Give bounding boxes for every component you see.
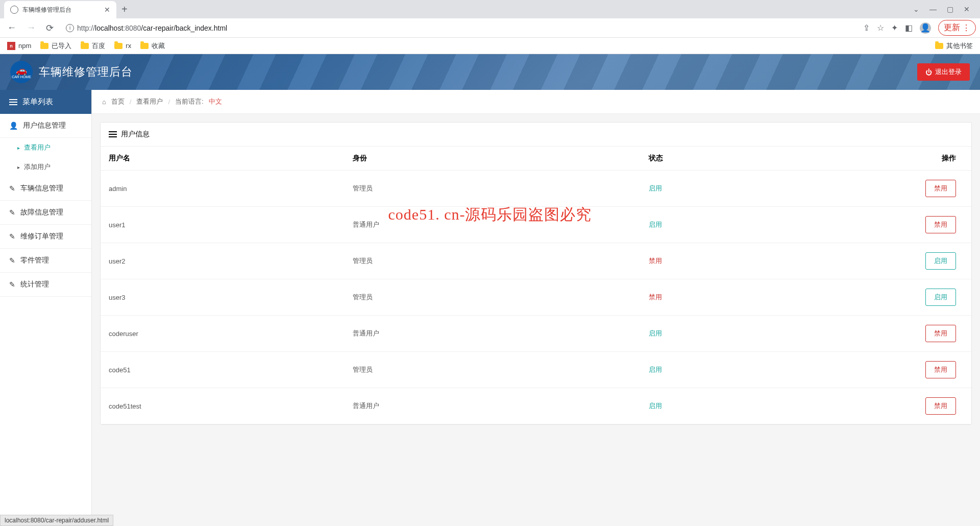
- cell-action: 禁用: [841, 207, 971, 243]
- toggle-status-button[interactable]: 禁用: [925, 216, 956, 233]
- cell-status: 启用: [641, 207, 841, 243]
- sidebar-item[interactable]: ✎维修订单管理: [0, 225, 91, 249]
- sidepanel-icon[interactable]: ◧: [905, 23, 913, 33]
- table-row: code51test 普通用户 启用 禁用: [101, 388, 971, 424]
- address-bar: ← → ⟳ i http://localhost:8080/car-repair…: [0, 18, 980, 38]
- bookmarks-bar: nnpm 已导入 百度 rx 收藏 其他书签: [0, 38, 980, 54]
- close-tab-icon[interactable]: ✕: [104, 6, 110, 14]
- forward-button[interactable]: →: [23, 20, 39, 35]
- cell-status: 启用: [641, 352, 841, 388]
- cell-role: 普通用户: [345, 207, 641, 243]
- sidebar-item[interactable]: ✎统计管理: [0, 273, 91, 297]
- folder-icon: [935, 43, 943, 49]
- tab-title: 车辆维修管理后台: [22, 6, 71, 14]
- extensions-icon[interactable]: ✦: [891, 23, 898, 33]
- caret-icon: ▸: [17, 164, 20, 170]
- col-role: 身份: [345, 147, 641, 171]
- menu-header: 菜单列表: [0, 90, 91, 114]
- table-row: user1 普通用户 启用 禁用: [101, 207, 971, 243]
- edit-icon: ✎: [9, 256, 15, 265]
- cell-action: 禁用: [841, 388, 971, 424]
- edit-icon: ✎: [9, 208, 15, 217]
- window-maximize-icon[interactable]: ▢: [947, 5, 953, 13]
- bookmark-fav[interactable]: 收藏: [140, 41, 165, 51]
- breadcrumb-current[interactable]: 查看用户: [136, 97, 163, 106]
- sidebar-item[interactable]: ✎车辆信息管理: [0, 177, 91, 201]
- cell-status: 启用: [641, 316, 841, 352]
- app-title: 车辆维修管理后台: [39, 64, 133, 80]
- toggle-status-button[interactable]: 禁用: [925, 361, 956, 378]
- sidebar-item[interactable]: 👤用户信息管理: [0, 114, 91, 138]
- toggle-status-button[interactable]: 启用: [925, 289, 956, 306]
- app-body: 菜单列表 👤用户信息管理▸查看用户▸添加用户✎车辆信息管理✎故障信息管理✎维修订…: [0, 90, 980, 515]
- npm-icon: n: [7, 42, 15, 50]
- new-tab-button[interactable]: +: [116, 4, 133, 15]
- sidebar-subitem[interactable]: ▸添加用户: [0, 157, 91, 177]
- breadcrumb-lang-value[interactable]: 中文: [209, 97, 222, 106]
- panel-header: 用户信息: [101, 123, 971, 147]
- bookmark-other[interactable]: 其他书签: [935, 41, 973, 51]
- main-content: ⌂ 首页 / 查看用户 / 当前语言: 中文 用户信息 用户名 身份 状态 操作: [92, 90, 980, 515]
- caret-icon: ▸: [17, 145, 20, 151]
- cell-status: 启用: [641, 171, 841, 207]
- cell-role: 管理员: [345, 243, 641, 279]
- bookmark-imported[interactable]: 已导入: [40, 41, 71, 51]
- logo-icon: 🚗CAR HOME: [10, 61, 33, 83]
- cell-username: user3: [101, 279, 345, 316]
- browser-chrome: 车辆维修管理后台 ✕ + ⌄ — ▢ ✕ ← → ⟳ i http://loca…: [0, 0, 980, 54]
- share-icon[interactable]: ⇪: [863, 23, 870, 33]
- toggle-status-button[interactable]: 禁用: [925, 397, 956, 415]
- window-close-icon[interactable]: ✕: [964, 5, 970, 13]
- list-icon: [109, 131, 117, 137]
- breadcrumb-lang-label: 当前语言:: [175, 97, 204, 106]
- cell-username: admin: [101, 171, 345, 207]
- table-row: code51 管理员 启用 禁用: [101, 352, 971, 388]
- logout-button[interactable]: ⏻退出登录: [917, 63, 970, 81]
- reload-button[interactable]: ⟳: [43, 20, 57, 36]
- cell-status: 禁用: [641, 279, 841, 316]
- url-text: http://localhost:8080/car-repair/back_in…: [77, 24, 227, 32]
- hamburger-icon: [9, 99, 17, 105]
- address-bar-actions: ⇪ ☆ ✦ ◧ 👤 更新⋮: [863, 20, 976, 36]
- sidebar-subitem[interactable]: ▸查看用户: [0, 138, 91, 157]
- user-info-panel: 用户信息 用户名 身份 状态 操作 admin 管理员 启用 禁用 user1 …: [100, 122, 972, 425]
- sidebar-item[interactable]: ✎零件管理: [0, 249, 91, 273]
- cell-status: 启用: [641, 388, 841, 424]
- window-minimize-icon[interactable]: —: [929, 5, 937, 13]
- power-icon: ⏻: [925, 68, 932, 76]
- bookmark-npm[interactable]: nnpm: [7, 42, 31, 50]
- table-header-row: 用户名 身份 状态 操作: [101, 147, 971, 171]
- app-logo: 🚗CAR HOME 车辆维修管理后台: [10, 61, 133, 83]
- breadcrumb-home[interactable]: 首页: [111, 97, 125, 106]
- globe-icon: [10, 6, 18, 14]
- table-row: user3 管理员 禁用 启用: [101, 279, 971, 316]
- back-button[interactable]: ←: [4, 20, 19, 35]
- window-dropdown-icon[interactable]: ⌄: [913, 5, 919, 13]
- bookmark-star-icon[interactable]: ☆: [877, 23, 884, 33]
- cell-role: 普通用户: [345, 388, 641, 424]
- table-row: admin 管理员 启用 禁用: [101, 171, 971, 207]
- folder-icon: [40, 43, 48, 49]
- update-button[interactable]: 更新⋮: [938, 20, 976, 36]
- sidebar: 菜单列表 👤用户信息管理▸查看用户▸添加用户✎车辆信息管理✎故障信息管理✎维修订…: [0, 90, 92, 515]
- cell-action: 禁用: [841, 352, 971, 388]
- toggle-status-button[interactable]: 禁用: [925, 325, 956, 342]
- cell-role: 管理员: [345, 279, 641, 316]
- toggle-status-button[interactable]: 禁用: [925, 180, 956, 197]
- profile-avatar-icon[interactable]: 👤: [920, 22, 931, 34]
- cell-status: 禁用: [641, 243, 841, 279]
- bookmark-rx[interactable]: rx: [114, 42, 131, 50]
- col-status: 状态: [641, 147, 841, 171]
- folder-icon: [81, 43, 89, 49]
- table-row: coderuser 普通用户 启用 禁用: [101, 316, 971, 352]
- cell-username: coderuser: [101, 316, 345, 352]
- cell-username: user1: [101, 207, 345, 243]
- cell-action: 禁用: [841, 171, 971, 207]
- url-input[interactable]: i http://localhost:8080/car-repair/back_…: [61, 20, 859, 36]
- sidebar-item[interactable]: ✎故障信息管理: [0, 201, 91, 225]
- edit-icon: ✎: [9, 184, 15, 193]
- browser-tab[interactable]: 车辆维修管理后台 ✕: [4, 1, 116, 18]
- bookmark-baidu[interactable]: 百度: [81, 41, 105, 51]
- toggle-status-button[interactable]: 启用: [925, 252, 956, 270]
- site-info-icon[interactable]: i: [66, 24, 74, 32]
